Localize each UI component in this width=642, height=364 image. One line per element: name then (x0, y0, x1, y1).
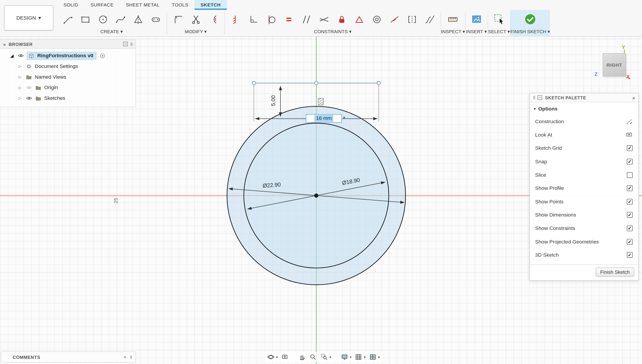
measure-tool-icon[interactable] (447, 13, 459, 26)
palette-row-show-dimensions[interactable]: Show Dimensions (530, 208, 638, 222)
expander-icon[interactable]: ◢ (9, 53, 15, 58)
finish-sketch-palette-button[interactable]: Finish Sketch (596, 267, 634, 276)
browser-item-named-views[interactable]: ▷ Named Views (0, 72, 136, 82)
palette-row-construction[interactable]: Construction (530, 115, 638, 128)
options-section-header[interactable]: ▾ Options (530, 102, 638, 114)
selected-item-highlight[interactable]: RingForInstructions v0 (27, 52, 97, 60)
zoom-window-icon[interactable] (320, 353, 328, 361)
browser-item-sketches[interactable]: ▷ Sketches (0, 93, 136, 104)
collapse-panel-icon[interactable]: « (3, 42, 6, 46)
sketch-grid-checkbox[interactable] (627, 146, 633, 151)
symmetry-constraint-icon[interactable] (406, 13, 418, 26)
curvature-constraint-icon[interactable] (423, 13, 436, 26)
show-points-checkbox[interactable] (627, 199, 633, 204)
show-profile-checkbox[interactable] (627, 186, 633, 191)
symmetry-triangle-constraint-icon[interactable] (353, 13, 365, 26)
viewcube[interactable]: Y RIGHT Z X (593, 44, 635, 83)
look-at-face-icon[interactable] (281, 353, 289, 361)
select-menu[interactable]: SELECT ▾ (488, 28, 510, 34)
3d-sketch-checkbox[interactable] (627, 252, 633, 258)
mirror-tool-icon[interactable] (132, 13, 144, 26)
height-dimension[interactable]: 5.00 (270, 86, 280, 117)
insert-image-icon[interactable] (470, 13, 483, 26)
display-dropdown-icon[interactable]: ▾ (350, 355, 352, 359)
spline-tool-icon[interactable] (114, 13, 126, 26)
parallel-constraint-icon[interactable] (300, 13, 312, 26)
tab-tools[interactable]: TOOLS (166, 0, 194, 10)
trim-scissors-icon[interactable] (190, 13, 202, 26)
viewports-dropdown-icon[interactable]: ▾ (378, 355, 380, 359)
slice-checkbox[interactable] (627, 172, 633, 178)
tab-sketch[interactable]: SKETCH (194, 0, 227, 10)
show-projected-geometries-checkbox[interactable] (627, 239, 633, 244)
zoom-icon[interactable] (309, 353, 317, 361)
palette-row-show-constraints[interactable]: Show Constraints (530, 222, 638, 235)
tab-sheet-metal[interactable]: SHEET METAL (120, 0, 166, 10)
concentric-constraint-icon[interactable] (370, 13, 383, 26)
show-constraints-checkbox[interactable] (627, 226, 633, 231)
perpendicular-constraint-icon[interactable] (247, 13, 259, 26)
comments-bar[interactable]: COMMENTS + ‖ (1, 352, 136, 363)
collapse-all-icon[interactable] (123, 42, 128, 46)
expand-panel-icon[interactable]: » (632, 95, 635, 100)
circle-tool-icon[interactable] (97, 13, 109, 26)
midpoint-constraint-icon[interactable] (388, 13, 400, 26)
construction-line-icon[interactable] (626, 118, 633, 125)
palette-row-3d-sketch[interactable]: 3D Sketch (530, 248, 638, 262)
snap-checkbox[interactable] (627, 159, 633, 164)
grid-dropdown-icon[interactable]: ▾ (364, 355, 366, 359)
offset-tool-icon[interactable] (207, 13, 219, 26)
visibility-eye-icon[interactable] (17, 52, 24, 59)
horizontal-vertical-constraint-icon[interactable] (230, 13, 242, 26)
select-tool-icon[interactable] (493, 13, 505, 26)
orbit-icon[interactable] (267, 353, 275, 361)
dimension-input-dropdown-icon[interactable]: ▾ (343, 116, 345, 120)
display-settings-icon[interactable] (340, 353, 348, 361)
rectangle-tool-icon[interactable] (79, 13, 91, 26)
viewports-icon[interactable] (368, 353, 377, 361)
show-dimensions-checkbox[interactable] (627, 212, 633, 218)
palette-row-slice[interactable]: Slice (530, 168, 638, 182)
palette-row-show-profile[interactable]: Show Profile (530, 182, 638, 195)
create-menu[interactable]: CREATE ▾ (57, 28, 167, 34)
expander-icon[interactable]: ▷ (17, 64, 23, 68)
insert-menu[interactable]: INSERT ▾ (465, 28, 487, 34)
line-tool-icon[interactable] (62, 13, 74, 26)
browser-item-origin[interactable]: ▷ Origin (0, 82, 136, 93)
finish-sketch-check-icon[interactable] (524, 13, 536, 26)
fillet-tool-icon[interactable] (172, 13, 184, 26)
panel-grip-icon[interactable]: ‖ (130, 355, 132, 360)
palette-row-show-points[interactable]: Show Points (530, 195, 638, 208)
visibility-eye-icon[interactable] (26, 95, 32, 102)
dimension-value-input[interactable]: 16 mm (306, 114, 342, 123)
fix-lock-constraint-icon[interactable] (335, 13, 348, 26)
equal-constraint-icon[interactable] (282, 13, 295, 26)
palette-row-snap[interactable]: Snap (530, 155, 638, 168)
palette-row-look-at[interactable]: Look At (530, 128, 638, 142)
viewcube-face[interactable]: RIGHT (603, 53, 626, 77)
panel-grip-icon[interactable]: ‖ (130, 42, 132, 46)
browser-item-document-settings[interactable]: ▷ Document Settings (0, 61, 136, 72)
panel-collapse-icon[interactable] (538, 95, 542, 100)
collinear-constraint-icon[interactable] (318, 13, 330, 26)
visibility-eye-off-icon[interactable] (26, 84, 32, 91)
finish-sketch-button[interactable]: FINISH SKETCH ▾ (510, 28, 550, 34)
grid-settings-icon[interactable] (354, 353, 363, 361)
pan-hand-icon[interactable] (298, 353, 306, 361)
tab-solid[interactable]: SOLID (57, 0, 84, 10)
expander-icon[interactable]: ▷ (17, 86, 23, 90)
design-workspace-menu[interactable]: DESIGN ▾ (4, 5, 53, 30)
slot-tool-icon[interactable] (149, 13, 162, 26)
activate-radio-icon[interactable] (99, 52, 106, 59)
panel-grip-icon[interactable]: ‖ (533, 95, 535, 100)
tangent-constraint-icon[interactable] (265, 13, 277, 26)
browser-item-root[interactable]: ◢ RingForInstructions v0 (0, 50, 136, 61)
zoom-dropdown-icon[interactable]: ▾ (329, 355, 331, 359)
add-comment-icon[interactable]: + (124, 354, 127, 360)
tab-surface[interactable]: SURFACE (84, 0, 120, 10)
modify-menu[interactable]: MODIFY ▾ (167, 28, 224, 34)
look-at-icon[interactable] (626, 132, 633, 138)
expander-icon[interactable]: ▷ (17, 75, 23, 79)
orbit-dropdown-icon[interactable]: ▾ (276, 355, 278, 359)
expander-icon[interactable]: ▷ (17, 96, 23, 100)
